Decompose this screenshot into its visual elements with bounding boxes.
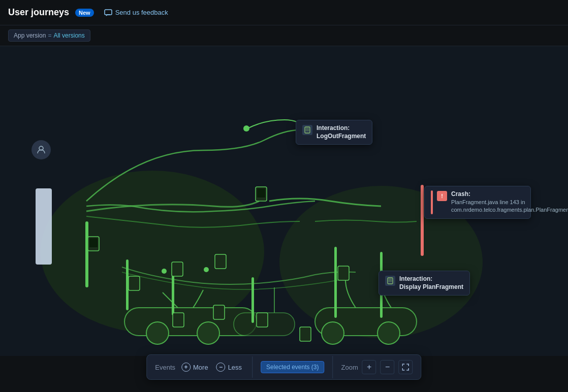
zoom-label: Zoom — [341, 364, 358, 371]
svg-point-29 — [162, 269, 167, 274]
svg-rect-10 — [85, 221, 88, 287]
svg-rect-27 — [338, 266, 349, 280]
feedback-label: Send us feedback — [115, 9, 168, 16]
crash-title: Crash: — [451, 190, 568, 198]
crash-indicator-bar — [431, 190, 433, 214]
selected-events-section: Selected events (3) — [253, 356, 333, 378]
svg-rect-17 — [89, 238, 98, 247]
events-section: Events + More − Less — [147, 356, 253, 378]
header: User journeys New Send us feedback — [0, 0, 568, 25]
version-filter[interactable]: App version = All versions — [8, 29, 90, 42]
zoom-section: Zoom + − — [333, 355, 421, 379]
filter-key: App version — [14, 32, 46, 39]
crash-icon: ! — [437, 191, 447, 201]
interaction-logout-card[interactable]: Interaction: LogOutFragment — [296, 120, 372, 145]
svg-rect-36 — [306, 128, 309, 132]
journey-canvas: Interaction: LogOutFragment ! Crash: Pla… — [0, 46, 568, 356]
svg-point-9 — [377, 322, 400, 344]
svg-rect-22 — [129, 276, 140, 290]
device-icon — [302, 125, 312, 135]
user-node — [31, 140, 51, 159]
svg-rect-14 — [334, 247, 337, 318]
less-button[interactable]: − Less — [214, 362, 244, 373]
svg-rect-21 — [172, 262, 183, 276]
svg-rect-26 — [213, 305, 225, 319]
zoom-out-button[interactable]: − — [381, 360, 395, 374]
device-icon-2 — [385, 276, 395, 286]
page-title: User journeys — [8, 7, 69, 18]
svg-point-6 — [146, 322, 169, 344]
zoom-in-button[interactable]: + — [362, 360, 376, 374]
selected-events-button[interactable]: Selected events (3) — [261, 361, 324, 373]
toolbar-container: Events + More − Less Selected events (3)… — [0, 356, 568, 392]
svg-point-7 — [197, 322, 219, 344]
svg-rect-19 — [257, 188, 265, 198]
svg-rect-23 — [173, 313, 184, 327]
svg-rect-13 — [251, 277, 254, 323]
less-label: Less — [228, 364, 242, 371]
filter-value: All versions — [53, 32, 84, 39]
zoom-fit-icon — [402, 364, 409, 371]
svg-rect-0 — [105, 10, 112, 15]
crash-body: PlanFragment.java line 143 in com.nrdemo… — [451, 199, 568, 214]
user-avatar — [31, 140, 51, 159]
crash-card[interactable]: ! Crash: PlanFragment.java line 143 in c… — [424, 186, 531, 219]
interaction-display-title: Interaction: Display PlanFragment — [399, 275, 463, 291]
zoom-fit-button[interactable] — [399, 360, 413, 374]
svg-rect-25 — [300, 327, 311, 341]
svg-rect-32 — [36, 188, 52, 265]
svg-rect-33 — [421, 185, 424, 256]
new-badge: New — [75, 9, 94, 17]
svg-point-30 — [204, 267, 209, 272]
feedback-button[interactable]: Send us feedback — [104, 9, 168, 17]
plus-icon: + — [181, 363, 191, 372]
crash-content: Crash: PlanFragment.java line 143 in com… — [451, 190, 568, 214]
interaction-display-card[interactable]: Interaction: Display PlanFragment — [378, 271, 470, 296]
minus-icon: − — [216, 363, 226, 372]
filter-operator: = — [48, 32, 51, 39]
interaction-logout-title: Interaction: LogOutFragment — [317, 124, 366, 140]
more-label: More — [193, 364, 208, 371]
more-button[interactable]: + More — [179, 362, 210, 373]
svg-rect-38 — [389, 279, 392, 282]
svg-rect-20 — [215, 254, 226, 269]
events-label: Events — [155, 364, 175, 371]
feedback-icon — [104, 9, 112, 17]
svg-rect-24 — [257, 313, 268, 327]
svg-point-8 — [322, 322, 344, 344]
filter-bar: App version = All versions — [0, 25, 568, 46]
bottom-toolbar: Events + More − Less Selected events (3)… — [146, 354, 421, 380]
